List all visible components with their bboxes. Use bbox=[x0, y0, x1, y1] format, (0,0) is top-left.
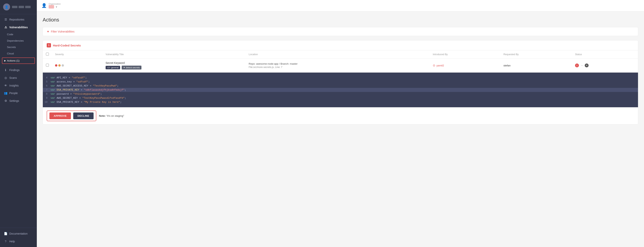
sidebar-item-label: Repositories bbox=[9, 18, 24, 21]
avatar[interactable]: 👤 bbox=[3, 3, 10, 10]
code-line-8: 8 var password = "thisismypassword"; bbox=[43, 92, 638, 96]
sidebar-item-label: Actions (1) bbox=[7, 59, 20, 62]
sidebar-item-people[interactable]: 👥 People bbox=[0, 89, 37, 97]
sidebar-item-label: Help bbox=[9, 240, 15, 243]
section-title: Hard-Coded Secrets bbox=[53, 44, 81, 47]
tag-general: </> general bbox=[106, 66, 120, 69]
scans-icon: ◎ bbox=[4, 76, 7, 80]
col-requested-by: Requested By bbox=[500, 50, 572, 59]
sidebar-item-label: Findings bbox=[9, 68, 20, 72]
col-vuln-title: Vulnerability Title bbox=[102, 50, 246, 59]
sidebar-item-findings[interactable]: ℹ Findings bbox=[0, 66, 37, 74]
help-icon: ? bbox=[4, 240, 7, 243]
filter-bar[interactable]: ▼ Filter Vulnerabilities bbox=[42, 27, 638, 36]
note-area: Note: "it's on staging" bbox=[99, 114, 124, 117]
code-icon: </> bbox=[107, 66, 110, 69]
chevron-down-icon: ∨ bbox=[56, 5, 57, 8]
org-icon: 👤 bbox=[42, 3, 47, 8]
dot-3 bbox=[62, 64, 64, 67]
detect-icon: ✦ bbox=[123, 66, 125, 69]
vuln-title-cell: Secret Keyword </> general ✦ detect-secr… bbox=[102, 59, 246, 72]
sidebar-bottom: 📄 Documentation ? Help bbox=[0, 228, 37, 247]
sidebar-item-vulnerabilities[interactable]: ⚠ Vulnerabilities bbox=[0, 23, 37, 31]
requested-by-name: stefan bbox=[503, 64, 510, 67]
sidebar-item-settings[interactable]: ⚙ Settings bbox=[0, 97, 37, 105]
code-line-9: 9 var AWS_SECRET_KEY = "TestKeyPassPwasd… bbox=[43, 96, 638, 100]
requested-by-cell: stefan bbox=[500, 59, 572, 72]
content-area: Actions ▼ Filter Vulnerabilities 1 Hard-… bbox=[37, 11, 644, 247]
row-checkbox[interactable] bbox=[46, 64, 49, 67]
org-selector[interactable]: Organization ∨ bbox=[49, 3, 61, 8]
sidebar-nav: ☰ Repositories ⚠ Vulnerabilities Code De… bbox=[0, 14, 37, 228]
status-arrow-icon: → bbox=[580, 64, 583, 67]
sidebar-item-repositories[interactable]: ☰ Repositories bbox=[0, 16, 37, 23]
sidebar: 👤 ☰ Repositories ⚠ Vulnerabilities Code … bbox=[0, 0, 37, 247]
col-severity: Severity bbox=[52, 50, 102, 59]
sidebar-item-insights[interactable]: 👁 Insights bbox=[0, 82, 37, 89]
chevron-right-icon: ▶ bbox=[4, 59, 6, 62]
org-label: Organization bbox=[49, 3, 61, 5]
sidebar-item-secrets[interactable]: Secrets bbox=[0, 44, 37, 50]
vulnerabilities-table: Severity Vulnerability Title Location In… bbox=[43, 50, 638, 72]
severity-dots bbox=[55, 64, 100, 67]
sidebar-item-label: Scans bbox=[9, 76, 17, 79]
row-checkbox-cell bbox=[43, 59, 52, 72]
section-header: 1 Hard-Coded Secrets bbox=[43, 40, 638, 50]
introduced-by: ⊙ yamil2 bbox=[433, 64, 497, 67]
sidebar-item-label: Vulnerabilities bbox=[9, 26, 28, 29]
documentation-icon: 📄 bbox=[4, 232, 7, 235]
note-value: "it's on staging" bbox=[106, 114, 124, 117]
sidebar-item-label: Settings bbox=[9, 99, 19, 102]
insights-icon: 👁 bbox=[4, 84, 7, 87]
people-icon: 👥 bbox=[4, 91, 7, 95]
sidebar-item-scans[interactable]: ◎ Scans bbox=[0, 74, 37, 82]
findings-icon: ℹ bbox=[4, 68, 7, 72]
col-location: Location bbox=[246, 50, 430, 59]
sidebar-item-label: Code bbox=[7, 33, 13, 36]
col-status: Status bbox=[572, 50, 638, 59]
vulnerabilities-section: 1 Hard-Coded Secrets Severity Vulnerabil… bbox=[42, 40, 638, 124]
introduced-by-cell: ⊙ yamil2 bbox=[430, 59, 500, 72]
introduced-by-name: yamil2 bbox=[436, 64, 444, 67]
sidebar-item-documentation[interactable]: 📄 Documentation bbox=[0, 230, 37, 238]
main-content: 👤 Organization ∨ Actions ▼ Filter Vulner… bbox=[37, 0, 644, 247]
sidebar-item-actions[interactable]: ▶ Actions (1) bbox=[2, 57, 35, 64]
vulnerabilities-icon: ⚠ bbox=[4, 25, 7, 29]
filter-label: Filter Vulnerabilities bbox=[51, 30, 74, 33]
action-buttons-group: APPROVE DECLINE bbox=[47, 111, 96, 121]
code-line-7: 7 var DSA_PRIVATE_KEY = "sdkflasaskdjfhj… bbox=[43, 88, 638, 92]
location-repo: Repo: awesome-node-app / Branch: master bbox=[249, 62, 426, 65]
tag-detect-secrets: ✦ detect-secrets bbox=[122, 66, 142, 69]
code-line-6: 6 var AWS_SECRET_ACCESS_KEY = "TestKeyPa… bbox=[43, 84, 638, 88]
status-cell: ! → ✕ bbox=[572, 59, 638, 72]
sidebar-item-cloud[interactable]: Cloud bbox=[0, 50, 37, 57]
status-close-icon: ✕ bbox=[585, 63, 588, 67]
table-row: Secret Keyword </> general ✦ detect-secr… bbox=[43, 59, 638, 72]
status-error-icon: ! bbox=[575, 63, 579, 67]
dot-2 bbox=[58, 64, 61, 67]
action-bar: APPROVE DECLINE Note: "it's on staging" bbox=[43, 107, 638, 124]
dot-1 bbox=[55, 64, 57, 67]
sidebar-item-label: Cloud bbox=[7, 52, 14, 55]
status-icons: ! → ✕ bbox=[575, 63, 635, 67]
code-line-5: 5 var access_key = "sdfsdf"; bbox=[43, 80, 638, 84]
filter-icon: ▼ bbox=[47, 30, 50, 33]
location-cell: Repo: awesome-node-app / Branch: master … bbox=[246, 59, 430, 72]
sidebar-item-dependencies[interactable]: Dependencies bbox=[0, 37, 37, 44]
topbar: 👤 Organization ∨ bbox=[37, 0, 644, 11]
sidebar-item-code[interactable]: Code bbox=[0, 31, 37, 37]
count-badge: 1 bbox=[47, 43, 51, 47]
sidebar-item-help[interactable]: ? Help bbox=[0, 238, 37, 245]
approve-button[interactable]: APPROVE bbox=[50, 112, 71, 119]
sidebar-item-label: Insights bbox=[9, 84, 18, 87]
location-file: File:src/more-secrets.js, Line: 7 bbox=[249, 66, 426, 68]
settings-icon: ⚙ bbox=[4, 99, 7, 103]
col-introduced-by: Introduced By bbox=[430, 50, 500, 59]
sidebar-item-label: Documentation bbox=[9, 232, 28, 235]
select-all-checkbox[interactable] bbox=[46, 53, 49, 55]
code-line-10: 10 var DSA_PRIVATE_KEY = "My Private Key… bbox=[43, 100, 638, 104]
vuln-title: Secret Keyword bbox=[106, 61, 242, 64]
repositories-icon: ☰ bbox=[4, 18, 7, 21]
decline-button[interactable]: DECLINE bbox=[73, 112, 94, 119]
sidebar-item-label: Secrets bbox=[7, 46, 16, 49]
